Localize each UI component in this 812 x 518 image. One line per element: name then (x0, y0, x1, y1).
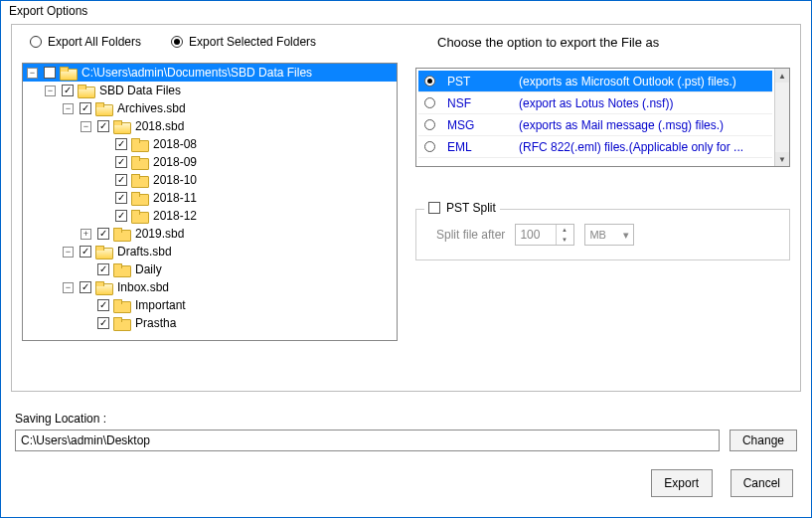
saving-label: Saving Location : (15, 412, 797, 426)
format-desc: (exports as Microsoft Outlook (.pst) fil… (519, 75, 736, 88)
spacer (98, 175, 109, 186)
folder-icon (113, 120, 129, 132)
tree-item-label: Important (133, 298, 188, 312)
tree-item[interactable]: 2018-09 (23, 153, 397, 171)
spacer (81, 264, 91, 275)
folder-tree[interactable]: −C:\Users\admin\Documents\SBD Data Files… (22, 63, 398, 341)
tree-item[interactable]: Important (23, 296, 397, 314)
tree-item-label: 2018.sbd (133, 119, 186, 133)
saving-path-input[interactable] (15, 430, 720, 451)
folder-icon (113, 299, 129, 311)
tree-item[interactable]: −C:\Users\admin\Documents\SBD Data Files (23, 64, 397, 82)
collapse-icon[interactable]: − (81, 121, 91, 132)
collapse-icon[interactable]: − (63, 282, 74, 293)
format-option[interactable]: NSF(export as Lotus Notes (.nsf)) (418, 92, 772, 114)
tree-item-label: 2018-09 (151, 155, 199, 169)
tree-item[interactable]: −2018.sbd (23, 117, 397, 135)
spacer (81, 318, 91, 329)
stepper-arrows-icon[interactable]: ▲▼ (556, 225, 571, 245)
folder-icon (131, 174, 147, 186)
folder-icon (131, 138, 147, 150)
folder-icon (113, 228, 129, 240)
tree-item-label: 2018-12 (151, 209, 199, 223)
tree-checkbox[interactable] (97, 263, 109, 275)
radio-icon (424, 119, 435, 130)
split-size-input[interactable] (516, 228, 556, 242)
format-option[interactable]: EML(RFC 822(.eml) files.(Applicable only… (418, 136, 772, 158)
tree-item-label: 2018-10 (151, 173, 199, 187)
tree-item-label: 2018-08 (151, 137, 199, 151)
pst-split-checkbox[interactable] (428, 202, 440, 214)
export-button[interactable]: Export (651, 469, 713, 497)
change-button[interactable]: Change (730, 430, 797, 451)
format-option[interactable]: PST(exports as Microsoft Outlook (.pst) … (418, 71, 772, 92)
format-option[interactable]: MSG(exports as Mail message (.msg) files… (418, 114, 772, 136)
tree-checkbox[interactable] (62, 85, 74, 96)
tree-checkbox[interactable] (97, 120, 109, 132)
tree-item[interactable]: −Drafts.sbd (23, 243, 397, 260)
tree-item[interactable]: 2018-12 (23, 207, 397, 225)
spacer (98, 139, 109, 150)
folder-icon (131, 210, 147, 222)
format-scrollbar[interactable]: ▲ ▼ (774, 69, 789, 166)
collapse-icon[interactable]: − (63, 103, 74, 114)
radio-export-all[interactable]: Export All Folders (30, 35, 141, 49)
spacer (98, 211, 109, 222)
tree-item[interactable]: 2018-11 (23, 189, 397, 207)
tree-item[interactable]: Prastha (23, 314, 397, 332)
tree-checkbox[interactable] (115, 192, 127, 204)
tree-checkbox[interactable] (115, 174, 127, 186)
cancel-button[interactable]: Cancel (731, 469, 793, 497)
radio-icon (424, 76, 435, 86)
tree-item-label: Archives.sbd (115, 101, 188, 115)
collapse-icon[interactable]: − (45, 86, 56, 96)
folder-icon (95, 246, 111, 258)
radio-icon (424, 97, 435, 108)
expand-icon[interactable]: + (81, 229, 91, 240)
format-name: EML (447, 140, 507, 154)
tree-item[interactable]: 2018-10 (23, 171, 397, 189)
tree-checkbox[interactable] (115, 210, 127, 222)
radio-icon (30, 36, 42, 48)
chevron-down-icon: ▾ (623, 229, 629, 242)
split-size-stepper[interactable]: ▲▼ (515, 224, 574, 246)
saving-section: Saving Location : Change (1, 402, 811, 451)
tree-checkbox[interactable] (97, 317, 109, 329)
tree-item-label: 2019.sbd (133, 227, 186, 241)
tree-item[interactable]: +2019.sbd (23, 225, 397, 243)
window-title: Export Options (1, 1, 811, 24)
tree-item-label: 2018-11 (151, 191, 199, 205)
folder-icon (95, 102, 111, 114)
tree-item-label: C:\Users\admin\Documents\SBD Data Files (80, 66, 314, 80)
radio-export-selected[interactable]: Export Selected Folders (171, 35, 316, 49)
tree-item[interactable]: 2018-08 (23, 135, 397, 153)
tree-checkbox[interactable] (80, 246, 91, 258)
export-options-window: Export Options Export All Folders Export… (0, 0, 812, 518)
tree-checkbox[interactable] (80, 281, 91, 293)
radio-icon (424, 141, 435, 152)
tree-item[interactable]: −Archives.sbd (23, 99, 397, 117)
format-heading: Choose the option to export the File as (437, 35, 790, 50)
collapse-icon[interactable]: − (27, 68, 38, 79)
scroll-down-icon[interactable]: ▼ (775, 152, 789, 166)
spacer (81, 300, 91, 311)
split-label: Split file after (436, 228, 505, 242)
radio-icon (171, 36, 183, 48)
format-name: NSF (447, 96, 507, 110)
collapse-icon[interactable]: − (63, 247, 74, 258)
tree-checkbox[interactable] (80, 102, 91, 114)
folder-icon (95, 281, 111, 293)
tree-item[interactable]: −Inbox.sbd (23, 278, 397, 296)
tree-item[interactable]: −SBD Data Files (23, 82, 397, 99)
scroll-up-icon[interactable]: ▲ (775, 69, 789, 83)
tree-checkbox[interactable] (115, 138, 127, 150)
tree-checkbox[interactable] (97, 299, 109, 311)
split-unit-select[interactable]: MB ▾ (584, 224, 634, 246)
spacer (98, 157, 109, 168)
tree-item-label: SBD Data Files (97, 84, 183, 97)
tree-checkbox[interactable] (97, 228, 109, 240)
tree-item[interactable]: Daily (23, 260, 397, 278)
tree-checkbox[interactable] (115, 156, 127, 168)
tree-checkbox[interactable] (44, 67, 56, 79)
format-name: MSG (447, 118, 507, 132)
